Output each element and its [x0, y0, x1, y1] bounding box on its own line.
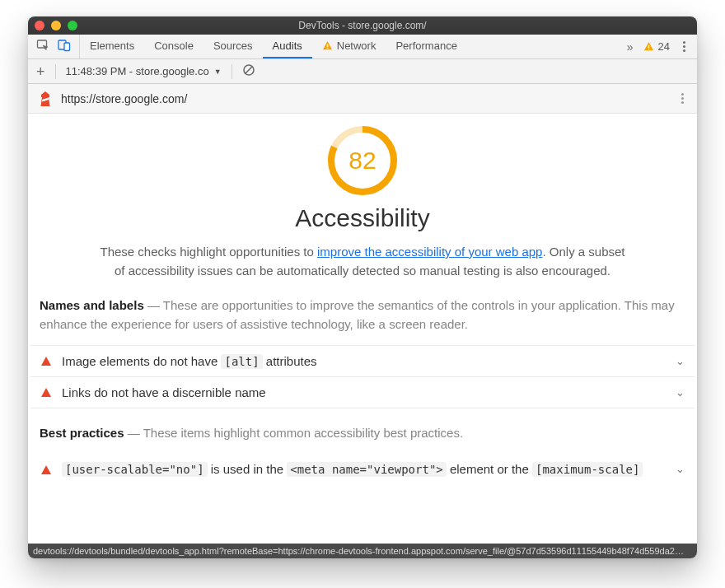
audit-row[interactable]: Links do not have a discernible name ⌄ [30, 377, 695, 408]
status-text: devtools://devtools/bundled/devtools_app… [33, 546, 684, 556]
report-selector-label: 11:48:39 PM - store.google.co [66, 65, 209, 77]
section-names-and-labels: Names and labels — These are opportuniti… [28, 281, 697, 339]
device-toolbar-icon[interactable] [58, 39, 71, 54]
fail-icon [40, 387, 52, 399]
close-window-button[interactable] [35, 21, 44, 30]
fail-icon [40, 464, 52, 476]
warning-icon [322, 40, 333, 51]
inspect-tools [28, 35, 80, 58]
window-title: DevTools - store.google.com/ [28, 20, 697, 31]
minimize-window-button[interactable] [51, 21, 61, 30]
audit-row[interactable]: Image elements do not have [alt] attribu… [30, 346, 695, 377]
report-url-bar: https://store.google.com/ [28, 84, 697, 114]
main-tabs: Elements Console Sources Audits Network … [28, 35, 697, 59]
audit-label: [user-scalable="no"] is used in the <met… [62, 462, 666, 476]
score-section: 82 Accessibility These checks highlight … [28, 114, 697, 281]
fail-icon [40, 356, 52, 367]
section-best-practices: Best practices — These items highlight c… [28, 408, 697, 447]
tabs-right-controls: » 24 [619, 35, 697, 58]
report-url: https://store.google.com/ [61, 92, 670, 105]
svg-line-8 [245, 67, 251, 73]
score-value: 82 [327, 125, 398, 196]
audit-label: Links do not have a discernible name [62, 385, 666, 399]
tab-performance[interactable]: Performance [386, 35, 466, 58]
zoom-window-button[interactable] [68, 21, 77, 30]
svg-rect-4 [327, 48, 328, 49]
chevron-down-icon: ⌄ [676, 386, 685, 399]
dropdown-icon: ▼ [214, 68, 222, 76]
clear-icon[interactable] [242, 63, 255, 79]
accessibility-docs-link[interactable]: improve the accessibility of your web ap… [317, 245, 542, 259]
warning-icon [643, 41, 654, 52]
tab-console[interactable]: Console [144, 35, 203, 58]
divider [55, 64, 56, 79]
audits-list: Image elements do not have [alt] attribu… [30, 345, 695, 408]
status-bar: devtools://devtools/bundled/devtools_app… [28, 544, 697, 558]
lighthouse-icon [38, 91, 53, 107]
new-audit-button[interactable]: + [36, 64, 45, 79]
titlebar: DevTools - store.google.com/ [28, 16, 697, 35]
warnings-count[interactable]: 24 [643, 40, 670, 53]
best-practices-list: [user-scalable="no"] is used in the <met… [30, 454, 695, 476]
report-content: 82 Accessibility These checks highlight … [28, 114, 697, 544]
tab-audits[interactable]: Audits [263, 35, 312, 58]
chevron-down-icon: ⌄ [676, 463, 685, 475]
tab-sources[interactable]: Sources [203, 35, 263, 58]
traffic-lights [35, 21, 77, 30]
divider [232, 64, 232, 79]
svg-rect-3 [327, 44, 328, 47]
devtools-menu-icon[interactable] [680, 38, 689, 55]
report-selector[interactable]: 11:48:39 PM - store.google.co ▼ [66, 65, 222, 77]
tab-elements[interactable]: Elements [80, 35, 144, 58]
report-menu-icon[interactable] [678, 90, 687, 107]
devtools-window: DevTools - store.google.com/ Elements Co… [28, 16, 697, 558]
chevron-down-icon: ⌄ [676, 355, 685, 367]
category-description: These checks highlight opportunities to … [99, 242, 626, 281]
score-gauge: 82 [327, 125, 398, 196]
more-tabs-icon[interactable]: » [627, 40, 634, 54]
audit-label: Image elements do not have [alt] attribu… [62, 354, 666, 368]
inspect-element-icon[interactable] [36, 39, 49, 54]
audits-toolbar: + 11:48:39 PM - store.google.co ▼ [28, 59, 697, 84]
tab-network[interactable]: Network [312, 35, 386, 58]
svg-rect-5 [648, 45, 648, 48]
audit-row[interactable]: [user-scalable="no"] is used in the <met… [30, 454, 695, 476]
svg-rect-2 [64, 43, 70, 51]
svg-rect-6 [648, 49, 648, 49]
category-title: Accessibility [28, 204, 697, 232]
